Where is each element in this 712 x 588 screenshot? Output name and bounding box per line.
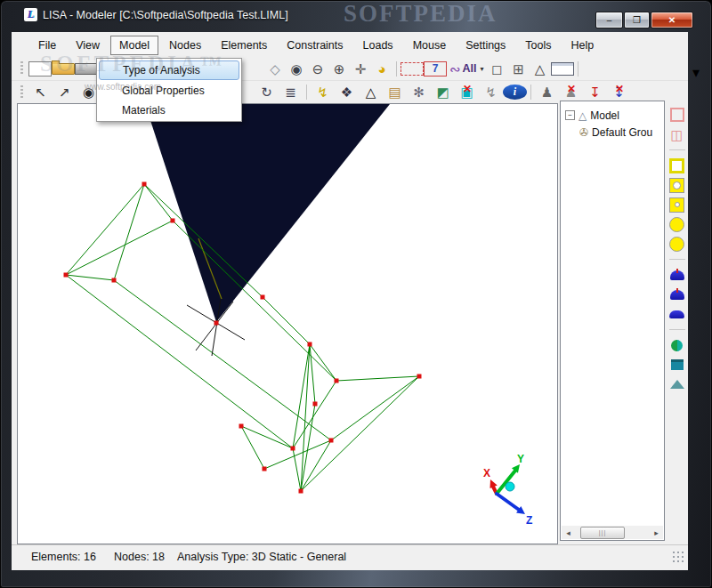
- menu-nodes[interactable]: Nodes: [160, 36, 210, 55]
- menu-settings[interactable]: Settings: [457, 36, 514, 55]
- constraint-icon[interactable]: ♟: [535, 83, 559, 102]
- menu-item-type-of-analysis[interactable]: Type of Analysis: [99, 60, 239, 80]
- menu-tools[interactable]: Tools: [516, 36, 560, 55]
- dome2-element-icon[interactable]: [670, 285, 684, 304]
- minimize-button[interactable]: –: [595, 12, 623, 28]
- tree-collapse-icon[interactable]: −: [565, 110, 575, 120]
- model-tree-panel: − △ Model ✇ Default Grou ◂ ||| ▸: [560, 101, 665, 541]
- select-numbered-icon[interactable]: 7: [424, 61, 447, 77]
- element-type-toolbar: ◫: [666, 101, 688, 541]
- dome3-element-icon[interactable]: [669, 304, 684, 324]
- tree-item-default-group[interactable]: ✇ Default Grou: [579, 125, 664, 140]
- properties-icon[interactable]: [551, 62, 574, 76]
- window-controls: – ❐ ✕: [595, 12, 693, 28]
- model-menu-dropdown: Type of AnalysisGlobal PropertiesMateria…: [96, 58, 242, 122]
- delete-mesh-icon[interactable]: ▣✕: [455, 83, 479, 102]
- window-title: LISA - Modeler [C:\Softpedia\Softpedia T…: [43, 9, 288, 21]
- menu-mouse[interactable]: Mouse: [404, 36, 456, 55]
- scrollbar-thumb[interactable]: |||: [580, 527, 625, 539]
- menu-file[interactable]: File: [29, 36, 65, 55]
- view-cube-icon[interactable]: ◇: [264, 59, 286, 78]
- quad4-element-icon[interactable]: [669, 156, 684, 175]
- background-color-icon[interactable]: ◩: [431, 83, 455, 102]
- model-scene[interactable]: XYZ: [18, 104, 557, 544]
- zoom-window-icon[interactable]: ⊕: [328, 59, 350, 78]
- app-icon: L: [24, 8, 37, 21]
- flip-normals-icon[interactable]: ↻: [255, 83, 279, 102]
- refine-mesh-icon[interactable]: ❖: [335, 83, 359, 102]
- titlebar[interactable]: SOFTPEDIA L LISA - Modeler [C:\Softpedia…: [0, 0, 712, 32]
- scroll-left-icon[interactable]: ◂: [562, 528, 575, 537]
- pan-icon[interactable]: ✛: [350, 59, 371, 78]
- open-file-icon[interactable]: [52, 63, 75, 75]
- wireframe-cube-icon[interactable]: ⊞: [508, 59, 530, 78]
- toolbar-separator: [396, 61, 397, 77]
- numbering-icon[interactable]: ≣: [279, 83, 303, 102]
- scroll-right-icon[interactable]: ▸: [650, 528, 663, 537]
- new-file-icon[interactable]: [28, 61, 52, 77]
- circle-element-icon[interactable]: [669, 214, 684, 234]
- toolbar-separator: [669, 149, 685, 150]
- toolbar-overflow-icon[interactable]: ▾: [692, 62, 700, 82]
- menu-model[interactable]: Model: [110, 36, 158, 55]
- circle2-element-icon[interactable]: [669, 234, 684, 254]
- measure-tape-icon[interactable]: ◕: [371, 59, 392, 78]
- menu-bar: FileViewModelNodesElementsConstraintsLoa…: [12, 34, 688, 57]
- element-quality-icon[interactable]: △: [530, 59, 551, 78]
- auto-mesh-icon[interactable]: ↯: [479, 83, 503, 102]
- sphere-element-icon[interactable]: [671, 335, 683, 355]
- tree-horizontal-scrollbar[interactable]: ◂ ||| ▸: [562, 526, 663, 539]
- quad8-element-icon[interactable]: [669, 175, 684, 195]
- tree-item-model[interactable]: − △ Model: [565, 108, 664, 123]
- menu-constraints[interactable]: Constraints: [278, 36, 352, 55]
- dome-element-icon[interactable]: [670, 265, 684, 285]
- resize-grip[interactable]: [672, 551, 684, 563]
- select-arrow-icon[interactable]: ↖: [28, 83, 53, 102]
- delete-constraint-icon[interactable]: ♟✕: [559, 83, 583, 102]
- status-nodes: Nodes: 18: [114, 551, 165, 563]
- quad-mid-element-icon[interactable]: [669, 195, 684, 214]
- maximize-button[interactable]: ❐: [624, 12, 650, 28]
- status-elements: Elements: 16: [31, 551, 96, 563]
- new-element-icon[interactable]: ↗: [53, 83, 77, 102]
- zoom-out-icon[interactable]: ⊖: [307, 59, 328, 78]
- select-face-icon[interactable]: [670, 105, 684, 125]
- select-box-icon[interactable]: [400, 62, 424, 76]
- revolve-icon[interactable]: ✻: [407, 83, 431, 102]
- toolbar-grip[interactable]: [20, 61, 23, 76]
- group-clamp-icon: ✇: [579, 126, 588, 139]
- extrude-icon[interactable]: ▤: [383, 83, 407, 102]
- model-canvas[interactable]: XYZ: [17, 103, 558, 544]
- tree-item-model-label: Model: [590, 109, 619, 122]
- menu-elements[interactable]: Elements: [212, 36, 276, 55]
- scrollbar-grip-icon: |||: [599, 529, 606, 536]
- svg-text:X: X: [483, 467, 490, 479]
- lightning-icon[interactable]: ↯: [311, 83, 335, 102]
- select-solid-icon[interactable]: ◫: [670, 125, 683, 144]
- svg-text:Z: Z: [526, 514, 532, 527]
- softpedia-watermark-title: SOFTPEDIA: [344, 0, 498, 28]
- toolbar-grip[interactable]: [20, 85, 23, 100]
- box-element-icon[interactable]: [671, 355, 684, 375]
- toolbar-separator: [530, 85, 531, 100]
- toolbar-separator: [306, 85, 307, 100]
- menu-loads[interactable]: Loads: [354, 36, 402, 55]
- menu-item-global-properties[interactable]: Global Properties: [98, 81, 240, 101]
- menu-item-materials[interactable]: Materials: [98, 101, 240, 120]
- close-button[interactable]: ✕: [651, 12, 693, 28]
- status-analysis-type: Analysis Type: 3D Static - General: [177, 551, 346, 563]
- shaded-cube-icon[interactable]: ◻: [487, 59, 508, 78]
- mesh-quality-icon[interactable]: △: [359, 83, 383, 102]
- select-view-icon[interactable]: ◉: [286, 59, 307, 78]
- delete-load-icon[interactable]: ↧✕: [607, 83, 631, 102]
- status-bar: Elements: 16 Nodes: 18 Analysis Type: 3D…: [12, 544, 688, 570]
- load-icon[interactable]: ↧: [583, 83, 607, 102]
- menu-view[interactable]: View: [67, 36, 109, 55]
- cone-element-icon[interactable]: [670, 375, 684, 394]
- info-icon[interactable]: i: [503, 85, 527, 100]
- select-all-icon[interactable]: ∾All▾: [447, 59, 487, 78]
- toolbar-separator: [669, 259, 685, 260]
- export-icon[interactable]: [75, 63, 98, 75]
- menu-help[interactable]: Help: [562, 36, 603, 55]
- toolbar-separator: [578, 61, 578, 77]
